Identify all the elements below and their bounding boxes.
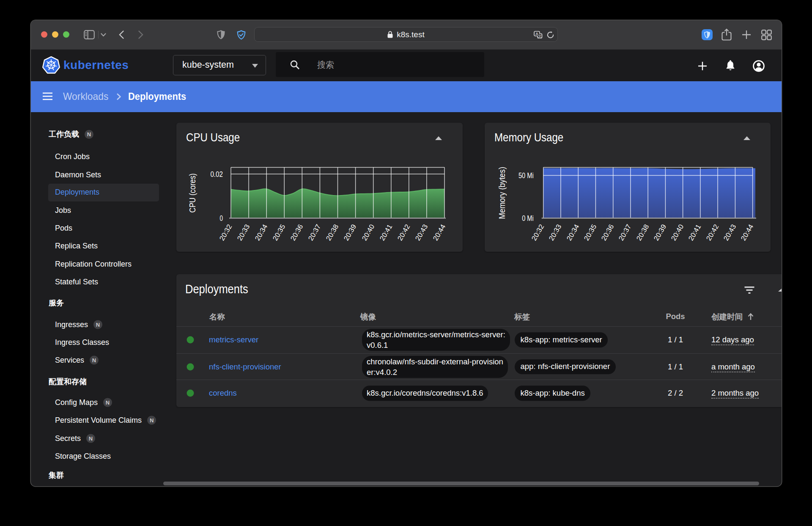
svg-text:CPU (cores): CPU (cores)	[188, 173, 197, 213]
svg-text:0 Mi: 0 Mi	[522, 214, 534, 223]
svg-text:0.02: 0.02	[210, 170, 223, 179]
svg-text:文: 文	[538, 34, 542, 38]
svg-text:Memory (bytes): Memory (bytes)	[497, 167, 507, 219]
svg-text:50 Mi: 50 Mi	[518, 171, 534, 180]
svg-text:0: 0	[220, 214, 223, 223]
